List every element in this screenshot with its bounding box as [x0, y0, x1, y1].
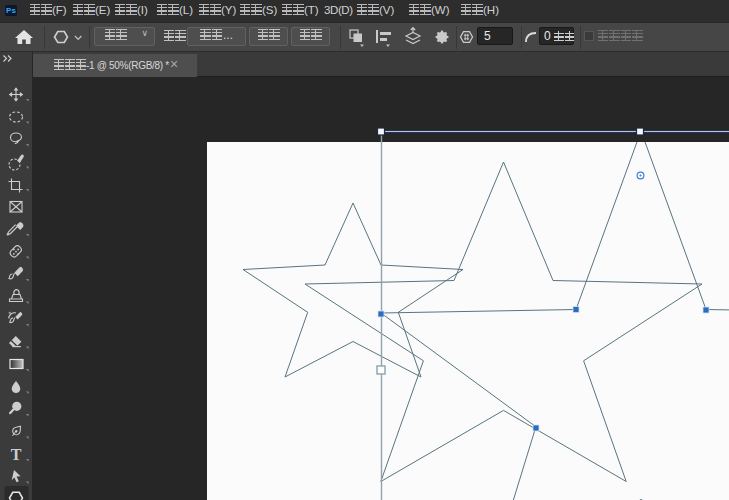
svg-text:T: T	[11, 446, 22, 463]
